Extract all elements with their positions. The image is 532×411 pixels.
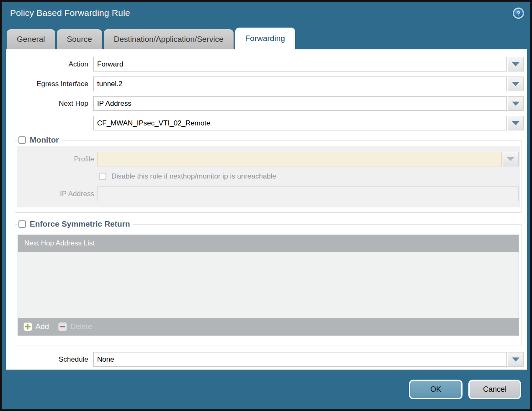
action-row: Action [6, 57, 527, 71]
tab-destination-label: Destination/Application/Service [114, 35, 224, 44]
egress-interface-row: Egress Interface [6, 77, 527, 91]
title-bar: Policy Based Forwarding Rule ? [2, 2, 530, 24]
dialog-footer: OK Cancel [2, 370, 530, 409]
tab-forwarding-label: Forwarding [245, 34, 285, 43]
monitor-ip-address-label: IP Address [17, 190, 97, 198]
delete-button-label: Delete [70, 322, 92, 331]
disable-rule-checkbox[interactable] [99, 173, 106, 180]
monitor-legend-label: Monitor [30, 135, 59, 145]
next-hop-type-dropdown-button[interactable] [508, 96, 524, 111]
next-hop-address-dropdown-button[interactable] [508, 116, 524, 130]
disable-rule-row: Disable this rule if nexthop/monitor ip … [99, 172, 519, 181]
next-hop-address-list-table: Next Hop Address List Add Delete [18, 235, 519, 336]
tab-general-label: General [17, 35, 45, 44]
next-hop-address-row [6, 116, 527, 130]
enforce-symmetric-return-legend-label: Enforce Symmetric Return [30, 220, 130, 229]
next-hop-address-list-header: Next Hop Address List [18, 235, 519, 252]
schedule-label: Schedule [6, 355, 93, 364]
next-hop-address-input[interactable] [93, 116, 507, 130]
delete-button[interactable]: Delete [58, 322, 92, 331]
next-hop-row: Next Hop [6, 96, 527, 111]
chevron-down-icon [512, 121, 519, 125]
egress-interface-dropdown-button[interactable] [508, 77, 524, 91]
cancel-button[interactable]: Cancel [468, 380, 521, 399]
tab-forwarding[interactable]: Forwarding [235, 28, 295, 49]
tab-source-label: Source [67, 35, 92, 44]
tab-bar: General Source Destination/Application/S… [2, 24, 530, 49]
profile-input[interactable] [97, 152, 502, 166]
action-input[interactable] [93, 57, 507, 71]
monitor-ip-address-row: IP Address [17, 186, 519, 201]
minus-icon [58, 322, 67, 331]
help-icon[interactable]: ? [513, 8, 524, 19]
profile-label: Profile [17, 155, 97, 163]
next-hop-address-list-toolbar: Add Delete [18, 318, 519, 335]
next-hop-label: Next Hop [6, 100, 93, 108]
next-hop-type-input[interactable] [93, 96, 507, 111]
schedule-dropdown-button[interactable] [508, 352, 524, 367]
action-dropdown-button[interactable] [508, 57, 524, 71]
enforce-symmetric-return-section: Enforce Symmetric Return Next Hop Addres… [15, 220, 522, 345]
monitor-ip-address-input[interactable] [97, 186, 519, 201]
chevron-down-icon [512, 82, 519, 86]
chevron-down-icon [507, 157, 514, 161]
next-hop-address-list-body[interactable] [18, 252, 519, 318]
tab-general[interactable]: General [7, 29, 55, 49]
monitor-legend: Monitor [18, 135, 62, 145]
add-button-label: Add [36, 322, 49, 331]
plus-icon [23, 322, 32, 331]
add-button[interactable]: Add [23, 322, 49, 331]
enforce-symmetric-return-checkbox[interactable] [18, 220, 26, 228]
monitor-section: Monitor Profile Disable this rule if nex… [15, 135, 522, 213]
policy-based-forwarding-rule-dialog: Policy Based Forwarding Rule ? General S… [0, 0, 532, 411]
schedule-input[interactable] [93, 352, 507, 367]
profile-row: Profile [17, 152, 519, 166]
tab-source[interactable]: Source [57, 29, 102, 49]
chevron-down-icon [512, 102, 519, 106]
monitor-checkbox[interactable] [18, 136, 26, 144]
chevron-down-icon [512, 62, 519, 66]
action-label: Action [6, 60, 93, 69]
tab-destination-application-service[interactable]: Destination/Application/Service [104, 29, 234, 49]
egress-interface-label: Egress Interface [6, 80, 93, 88]
profile-dropdown-button[interactable] [503, 152, 519, 166]
dialog-title: Policy Based Forwarding Rule [10, 8, 130, 18]
disable-rule-label: Disable this rule if nexthop/monitor ip … [111, 172, 276, 181]
ok-button[interactable]: OK [409, 380, 463, 399]
schedule-row: Schedule [6, 352, 527, 367]
enforce-symmetric-return-legend: Enforce Symmetric Return [18, 220, 133, 229]
forwarding-tab-panel: Action Egress Interface Next Hop Moni [6, 49, 527, 370]
monitor-panel: Profile Disable this rule if nexthop/mon… [17, 146, 520, 207]
egress-interface-input[interactable] [93, 77, 507, 91]
chevron-down-icon [512, 357, 519, 362]
